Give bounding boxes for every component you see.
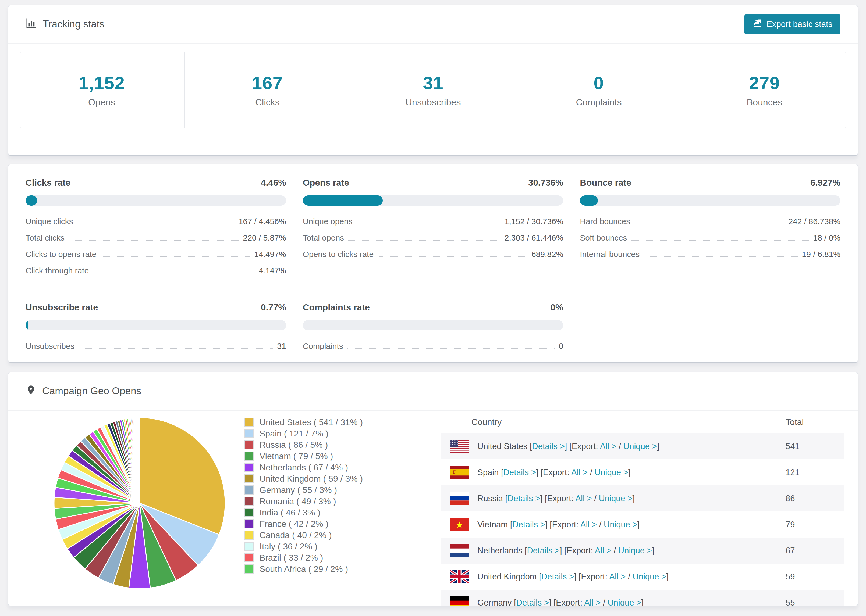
export-unique-link[interactable]: Unique > [633, 572, 666, 581]
summary-cell-opens: 1,152 Opens [19, 52, 184, 128]
geo-table-row: United Kingdom [Details >] [Export: All … [441, 564, 844, 590]
details-link[interactable]: Details > [527, 546, 559, 555]
legend-item: Russia ( 86 / 5% ) [244, 439, 363, 451]
legend-swatch [244, 429, 254, 438]
country-name: United Kingdom [477, 572, 539, 581]
rate-title: Unsubscribe rate [25, 302, 98, 313]
rate-detail-row: Hard bounces 242 / 86.738% [580, 217, 841, 226]
export-all-link[interactable]: All > [584, 598, 601, 607]
dotted-leader [79, 348, 273, 349]
rate-progress-fill [580, 195, 598, 206]
export-all-link[interactable]: All > [580, 520, 597, 529]
dotted-leader [93, 273, 254, 273]
export-all-link[interactable]: All > [600, 442, 616, 451]
rate-detail-value: 242 / 86.738% [789, 217, 841, 226]
summary-cell-clicks: 167 Clicks [184, 52, 350, 128]
export-unique-link[interactable]: Unique > [624, 442, 657, 451]
rate-detail-label: Opens to clicks rate [303, 250, 373, 259]
details-link[interactable]: Details > [542, 572, 574, 581]
country-total: 121 [786, 468, 844, 477]
bar-chart-icon [25, 17, 37, 31]
export-unique-link[interactable]: Unique > [604, 520, 638, 529]
geo-pie-chart [51, 415, 228, 592]
rate-detail-label: Internal bounces [580, 250, 639, 259]
rate-detail-label: Unsubscribes [25, 342, 74, 351]
legend-label: Canada ( 40 / 2% ) [260, 530, 332, 540]
rate-detail-label: Clicks to opens rate [25, 250, 96, 259]
details-link[interactable]: Details > [532, 442, 565, 451]
legend-swatch [244, 418, 254, 427]
geo-table-row: Netherlands [Details >] [Export: All > /… [441, 537, 844, 564]
legend-label: Brazil ( 33 / 2% ) [260, 553, 323, 563]
legend-label: India ( 46 / 3% ) [260, 508, 320, 518]
export-unique-link[interactable]: Unique > [608, 598, 641, 607]
rate-detail-row: Unsubscribes 31 [25, 342, 286, 351]
legend-swatch [244, 440, 254, 449]
tracking-stats-header: Tracking stats Export basic stats [8, 5, 858, 44]
legend-item: France ( 42 / 2% ) [244, 518, 363, 530]
export-unique-link[interactable]: Unique > [595, 468, 628, 477]
rate-progress-fill [303, 195, 383, 206]
country-name: Netherlands [477, 546, 525, 555]
export-all-link[interactable]: All > [595, 546, 611, 555]
rates-card: Clicks rate 4.46% Unique clicks 167 / 4.… [8, 164, 858, 363]
rate-detail-row: Total clicks 220 / 5.87% [25, 233, 286, 242]
legend-swatch [244, 542, 254, 551]
legend-swatch [244, 508, 254, 517]
legend-swatch [244, 519, 254, 528]
dotted-leader [101, 256, 250, 257]
export-basic-stats-button[interactable]: Export basic stats [745, 14, 841, 35]
pie-legend: United States ( 541 / 31% ) Spain ( 121 … [244, 416, 363, 575]
country-total: 67 [786, 546, 844, 556]
geo-table-row: Spain [Details >] [Export: All > / Uniqu… [441, 459, 844, 486]
export-unique-link[interactable]: Unique > [599, 494, 632, 503]
ru-flag-icon [450, 492, 469, 505]
legend-label: Spain ( 121 / 7% ) [260, 429, 328, 438]
export-all-link[interactable]: All > [571, 468, 587, 477]
details-link[interactable]: Details > [516, 598, 549, 607]
details-link[interactable]: Details > [507, 494, 540, 503]
legend-swatch [244, 497, 254, 506]
rate-title: Opens rate [303, 178, 349, 188]
stat-label: Unsubscribes [406, 97, 461, 107]
export-all-link[interactable]: All > [609, 572, 625, 581]
geo-country-table: Country Total United States [Details >] … [441, 411, 844, 606]
rate-detail-row: Total opens 2,303 / 61.446% [303, 233, 564, 242]
dotted-leader [348, 348, 554, 349]
rate-detail-row: Click through rate 4.147% [25, 266, 286, 275]
rate-value: 4.46% [261, 178, 286, 188]
legend-item: Netherlands ( 67 / 4% ) [244, 462, 363, 473]
dotted-leader [635, 224, 784, 224]
dotted-leader [348, 240, 500, 240]
rate-panel-clicks-rate: Clicks rate 4.46% Unique clicks 167 / 4.… [25, 178, 286, 283]
rate-detail-label: Complaints [303, 342, 343, 351]
rate-detail-value: 19 / 6.81% [802, 250, 841, 259]
dotted-leader [357, 224, 500, 224]
export-unique-link[interactable]: Unique > [618, 546, 652, 555]
details-link[interactable]: Details > [504, 468, 536, 477]
geo-table-row: Vietnam [Details >] [Export: All > / Uni… [441, 511, 844, 537]
rate-value: 6.927% [810, 178, 841, 188]
dotted-leader [69, 240, 239, 240]
stat-value: 31 [423, 72, 444, 93]
legend-item: Spain ( 121 / 7% ) [244, 428, 363, 439]
export-all-link[interactable]: All > [575, 494, 592, 503]
stat-value: 1,152 [79, 72, 125, 93]
pie-slice [139, 418, 140, 503]
legend-item: South Africa ( 29 / 2% ) [244, 563, 363, 575]
rate-detail-row: Unique opens 1,152 / 30.736% [303, 217, 564, 226]
country-total: 541 [786, 442, 844, 451]
summary-cell-unsubscribes: 31 Unsubscribes [350, 52, 516, 128]
rate-detail-value: 2,303 / 61.446% [505, 233, 564, 242]
rate-detail-value: 220 / 5.87% [243, 233, 286, 242]
de-flag-icon [450, 596, 469, 606]
rate-detail-value: 14.497% [254, 250, 286, 259]
country-name: United States [477, 442, 530, 451]
vn-flag-icon [450, 518, 469, 531]
rate-progress-track [303, 320, 564, 330]
rate-detail-row: Opens to clicks rate 689.82% [303, 250, 564, 259]
details-link[interactable]: Details > [512, 520, 545, 529]
rate-detail-row: Complaints 0 [303, 342, 564, 351]
rate-detail-label: Unique clicks [25, 217, 73, 226]
dotted-leader [631, 240, 809, 240]
